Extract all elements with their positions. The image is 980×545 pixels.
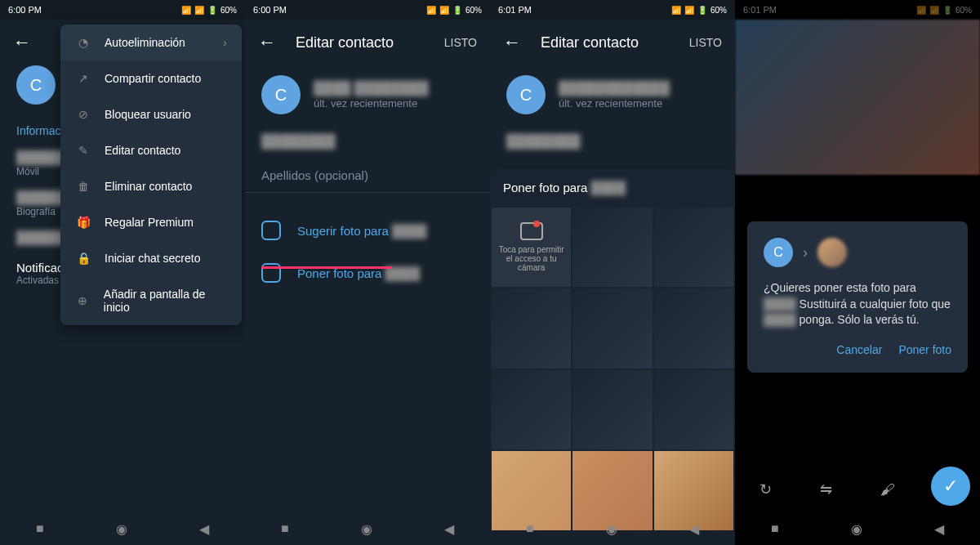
screen-2-edit-contact: 6:00 PM 📶 📶 🔋 60% ← Editar contacto LIST… [245, 0, 490, 545]
screen-3-photo-picker: 6:01 PM 📶 📶 🔋 60% ← Editar contacto LIST… [490, 0, 735, 545]
last-seen: últ. vez recientemente [314, 97, 428, 109]
app-header: ← Editar contacto LISTO [490, 20, 735, 65]
status-time: 6:00 PM [253, 5, 287, 15]
nav-home-icon[interactable]: ◉ [851, 521, 862, 537]
add-home-icon: ⊕ [75, 294, 91, 307]
brush-icon[interactable]: 🖌 [880, 481, 895, 498]
nav-back-icon[interactable]: ◀ [199, 521, 209, 537]
camera-icon [520, 222, 543, 240]
menu-autoelim[interactable]: ◔ Autoeliminación › [60, 25, 242, 60]
contact-header: C ████████████ últ. vez recientemente [490, 65, 735, 124]
signal-icon: 📶 [671, 6, 681, 15]
contact-avatar[interactable]: C [506, 75, 546, 114]
gallery-thumb[interactable] [572, 370, 652, 449]
contact-name: ████ ████████ [314, 81, 428, 96]
confirm-dialog: C › ¿Quieres poner esta foto para ████ S… [747, 221, 968, 373]
menu-editar[interactable]: ✎ Editar contacto [60, 132, 242, 168]
nav-recents-icon[interactable]: ■ [36, 521, 44, 536]
suggest-photo-button[interactable]: Sugerir foto para ████ [245, 209, 490, 252]
wifi-icon: 📶 [684, 6, 694, 15]
screen-4-confirm-dialog: 6:01 PM 📶 📶 🔋 60% C › ¿Quieres poner est… [735, 0, 980, 545]
camera-access-cell[interactable]: Toca para permitir el acceso a tu cámara [492, 208, 571, 287]
signal-icon: 📶 [181, 6, 191, 15]
camera-suggest-icon [261, 221, 281, 240]
header-title: Editar contacto [541, 34, 670, 51]
nav-recents-icon[interactable]: ■ [526, 521, 534, 536]
gallery-thumb[interactable] [654, 288, 733, 368]
menu-pantalla[interactable]: ⊕ Añadir a pantalla de inicio [60, 276, 242, 325]
wifi-icon: 📶 [439, 6, 449, 15]
battery-percent: 60% [710, 6, 727, 15]
current-avatar: C [764, 238, 793, 267]
signal-icon: 📶 [426, 6, 436, 15]
nav-back-icon[interactable]: ◀ [444, 521, 454, 537]
nav-home-icon[interactable]: ◉ [606, 521, 617, 537]
done-button[interactable]: LISTO [689, 36, 722, 49]
back-icon[interactable]: ← [13, 32, 31, 53]
last-seen: últ. vez recientemente [559, 97, 670, 109]
nav-home-icon[interactable]: ◉ [116, 521, 127, 537]
lock-icon: 🔒 [75, 252, 91, 265]
battery-percent: 60% [220, 6, 237, 15]
chevron-right-icon: › [223, 36, 227, 49]
nav-recents-icon[interactable]: ■ [771, 521, 779, 536]
screen-1-contact-menu: 6:00 PM 📶 📶 🔋 60% ← C Información ██████… [0, 0, 245, 545]
status-time: 6:00 PM [8, 5, 42, 15]
app-header: ← Editar contacto LISTO [245, 20, 490, 65]
confirm-fab[interactable]: ✓ [931, 467, 970, 506]
status-time: 6:01 PM [498, 5, 532, 15]
surname-field[interactable]: Apellidos (opcional) [245, 159, 490, 193]
dialog-message: ¿Quieres poner esta foto para ████ Susti… [764, 280, 951, 328]
contact-avatar[interactable]: C [261, 75, 301, 114]
name-field[interactable]: ████████ [506, 134, 581, 148]
nav-back-icon[interactable]: ◀ [689, 521, 699, 537]
new-photo-preview [817, 238, 847, 267]
gallery-thumb[interactable] [572, 208, 652, 287]
battery-icon: 🔋 [452, 6, 462, 15]
contact-avatar[interactable]: C [16, 65, 56, 105]
nav-home-icon[interactable]: ◉ [361, 521, 372, 537]
gallery-thumb[interactable] [492, 370, 571, 449]
battery-icon: 🔋 [697, 6, 707, 15]
status-bar: 6:00 PM 📶 📶 🔋 60% [245, 0, 490, 20]
gallery-thumb[interactable] [654, 370, 733, 449]
menu-bloquear[interactable]: ⊘ Bloquear usuario [60, 96, 242, 132]
dialog-overlay: C › ¿Quieres poner esta foto para ████ S… [735, 0, 980, 545]
confirm-button[interactable]: Poner foto [898, 343, 951, 356]
rotate-icon[interactable]: ↻ [760, 480, 772, 498]
context-menu: ◔ Autoeliminación › ↗ Compartir contacto… [60, 25, 242, 325]
nav-bar: ■ ◉ ◀ [490, 512, 735, 545]
wifi-icon: 📶 [194, 6, 204, 15]
name-field[interactable]: ████████ [261, 134, 336, 148]
nav-bar: ■ ◉ ◀ [245, 512, 490, 545]
status-bar: 6:00 PM 📶 📶 🔋 60% [0, 0, 245, 20]
nav-bar: ■ ◉ ◀ [0, 512, 245, 545]
menu-secreto[interactable]: 🔒 Iniciar chat secreto [60, 240, 242, 276]
dialog-actions: Cancelar Poner foto [764, 343, 951, 356]
done-button[interactable]: LISTO [444, 36, 477, 49]
status-icons: 📶 📶 🔋 60% [426, 6, 482, 15]
nav-recents-icon[interactable]: ■ [281, 521, 289, 536]
gallery-thumb[interactable] [492, 288, 571, 368]
gallery-thumb[interactable] [572, 288, 652, 368]
nav-back-icon[interactable]: ◀ [934, 521, 944, 537]
header-title: Editar contacto [296, 34, 425, 51]
flip-icon[interactable]: ⇋ [820, 480, 832, 498]
set-photo-button[interactable]: Poner foto para ████ [245, 252, 490, 294]
menu-regalar[interactable]: 🎁 Regalar Premium [60, 204, 242, 240]
pencil-icon: ✎ [75, 144, 91, 157]
gallery-thumb[interactable] [654, 208, 733, 287]
avatar-transition: C › [764, 238, 951, 267]
picker-title: Poner foto para ████ [490, 169, 735, 206]
back-icon[interactable]: ← [258, 32, 276, 53]
cancel-button[interactable]: Cancelar [836, 343, 882, 356]
menu-compartir[interactable]: ↗ Compartir contacto [60, 60, 242, 96]
battery-percent: 60% [466, 6, 482, 15]
back-icon[interactable]: ← [503, 32, 521, 53]
status-bar: 6:01 PM 📶 📶 🔋 60% [490, 0, 735, 20]
chevron-right-icon: › [803, 244, 808, 261]
contact-name: ████████████ [559, 81, 670, 96]
nav-bar: ■ ◉ ◀ [735, 512, 980, 545]
menu-eliminar[interactable]: 🗑 Eliminar contacto [60, 168, 242, 204]
status-icons: 📶 📶 🔋 60% [671, 6, 727, 15]
